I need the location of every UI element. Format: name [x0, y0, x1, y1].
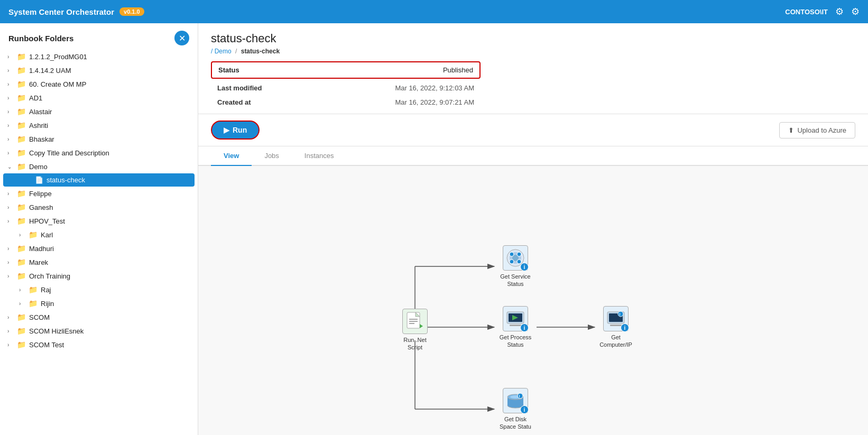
folder-item[interactable]: › 📁 Rijin [0, 297, 198, 310]
runbook-item-status-check[interactable]: 📄 status-check [3, 173, 195, 187]
folder-label: Felippe [29, 190, 52, 198]
folder-item[interactable]: › 📁 Ganesh [0, 200, 198, 214]
chevron-icon: › [7, 191, 14, 197]
folder-item[interactable]: › 📁 HPOV_Test [0, 214, 198, 228]
settings-icon[interactable]: ⚙ [851, 6, 860, 17]
chevron-icon: › [19, 301, 25, 307]
toolbar: ▶ Run ⬆ Upload to Azure [198, 114, 868, 146]
folder-label: Ganesh [29, 203, 53, 211]
node-label-run-net-script: Run .NetScript [403, 336, 426, 351]
folder-icon: 📁 [17, 80, 26, 88]
folder-item[interactable]: › 📁 Ashriti [0, 118, 198, 132]
folder-label: AD1 [29, 94, 42, 102]
page-header: status-check / Demo / status-check Statu… [198, 23, 868, 114]
folder-label: Copy Title and Description [29, 149, 109, 157]
folder-item[interactable]: › 📁 Bhaskar [0, 132, 198, 146]
chevron-icon: › [7, 246, 14, 252]
chevron-icon: › [7, 218, 14, 224]
folder-item[interactable]: › 📁 60. Create OM MP [0, 77, 198, 91]
page-title: status-check [211, 32, 855, 45]
svg-rect-23 [510, 325, 521, 326]
folder-item[interactable]: › 📁 1.4.14.2 UAM [0, 63, 198, 77]
node-icon-get-computer-ip: i i [603, 306, 629, 331]
tab-jobs[interactable]: Jobs [252, 146, 291, 166]
chevron-icon: › [7, 260, 14, 265]
main-content: status-check / Demo / status-check Statu… [198, 23, 868, 435]
puzzle-icon[interactable]: ⚙ [835, 6, 844, 17]
chevron-icon: › [7, 81, 14, 87]
node-get-disk-space-status[interactable]: i i Get DiskSpace Statu [494, 388, 537, 431]
folder-item[interactable]: › 📁 1.2.1.2_ProdMG01 [0, 50, 198, 63]
sidebar-title: Runbook Folders [8, 34, 73, 43]
folder-icon: 📁 [29, 230, 38, 239]
folder-icon: 📁 [17, 162, 26, 171]
created-at-label: Created at [217, 98, 251, 106]
upload-azure-button[interactable]: ⬆ Upload to Azure [779, 122, 855, 138]
folder-item[interactable]: › 📁 Raj [0, 283, 198, 297]
folder-item[interactable]: › 📁 Felippe [0, 187, 198, 200]
folder-item-copy-title[interactable]: › 📁 Copy Title and Description [0, 146, 198, 160]
chevron-icon: › [7, 314, 14, 320]
folder-item-demo[interactable]: ⌄ 📁 Demo [0, 160, 198, 173]
node-icon-get-process-status: i [503, 306, 528, 331]
tabs: View Jobs Instances [198, 146, 868, 166]
node-icon-run-net-script [402, 309, 428, 334]
folder-icon: 📁 [17, 313, 26, 321]
created-at-value: Mar 16, 2022, 9:07:21 AM [395, 98, 474, 106]
sidebar-list: › 📁 1.2.1.2_ProdMG01 › 📁 1.4.14.2 UAM › … [0, 50, 198, 435]
node-get-service-status[interactable]: i Get ServiceStatus [494, 245, 537, 288]
folder-label: 1.2.1.2_ProdMG01 [29, 53, 87, 61]
info-badge: i [621, 323, 629, 332]
node-label-get-process-status: Get ProcessStatus [500, 334, 532, 349]
breadcrumb-root[interactable]: Demo [215, 48, 232, 55]
folder-item[interactable]: › 📁 SCOM Test [0, 338, 198, 351]
folder-item[interactable]: › 📁 Orch Training [0, 269, 198, 283]
svg-text:i: i [620, 312, 621, 316]
status-value: Published [443, 66, 473, 74]
top-navigation: System Center Orchestrator v0.1.0 CONTOS… [0, 0, 868, 23]
folder-icon: 📁 [17, 107, 26, 116]
folder-item[interactable]: › 📁 SCOM HizliEsnek [0, 324, 198, 338]
status-label: Status [218, 66, 239, 74]
tab-instances[interactable]: Instances [292, 146, 347, 166]
folder-label: HPOV_Test [29, 217, 65, 225]
svg-point-18 [510, 260, 514, 264]
info-badge: i [520, 405, 529, 414]
run-button[interactable]: ▶ Run [211, 121, 260, 140]
info-badge: i [520, 323, 529, 332]
node-run-net-script[interactable]: Run .NetScript [394, 309, 436, 351]
runbook-icon: 📄 [35, 176, 43, 184]
folder-item[interactable]: › 📁 AD1 [0, 91, 198, 105]
folder-icon: 📁 [17, 189, 26, 198]
folder-icon: 📁 [17, 94, 26, 102]
node-label-get-service-status: Get ServiceStatus [500, 273, 530, 288]
folder-icon: 📁 [17, 272, 26, 280]
node-get-process-status[interactable]: i Get ProcessStatus [494, 306, 537, 349]
breadcrumb-current: status-check [241, 48, 280, 55]
folder-icon: 📁 [17, 244, 26, 253]
folder-item[interactable]: › 📁 Marek [0, 255, 198, 269]
node-get-computer-ip[interactable]: i i GetComputer/IP [595, 306, 637, 349]
chevron-icon: › [7, 205, 14, 210]
folder-item[interactable]: › 📁 Alastair [0, 105, 198, 118]
user-label: CONTOSO\IT [785, 8, 828, 16]
folder-icon: 📁 [17, 66, 26, 75]
folder-icon: 📁 [17, 135, 26, 143]
svg-point-17 [517, 252, 521, 256]
folder-icon: 📁 [29, 285, 38, 294]
node-label-get-computer-ip: GetComputer/IP [599, 334, 632, 349]
folder-item[interactable]: › 📁 SCOM [0, 310, 198, 324]
folder-item[interactable]: › 📁 Madhuri [0, 242, 198, 255]
svg-rect-26 [610, 325, 622, 326]
folder-icon: 📁 [17, 327, 26, 335]
breadcrumb-separator: / [211, 48, 215, 55]
folder-label: Karl [41, 231, 53, 239]
chevron-icon: › [7, 54, 14, 60]
collapse-button[interactable]: ✕ [174, 31, 189, 45]
folder-label: Bhaskar [29, 135, 54, 143]
run-label: Run [233, 126, 247, 134]
folder-icon: 📁 [17, 340, 26, 349]
folder-item[interactable]: › 📁 Karl [0, 228, 198, 242]
folder-label: Marek [29, 258, 48, 266]
tab-view[interactable]: View [211, 146, 252, 166]
